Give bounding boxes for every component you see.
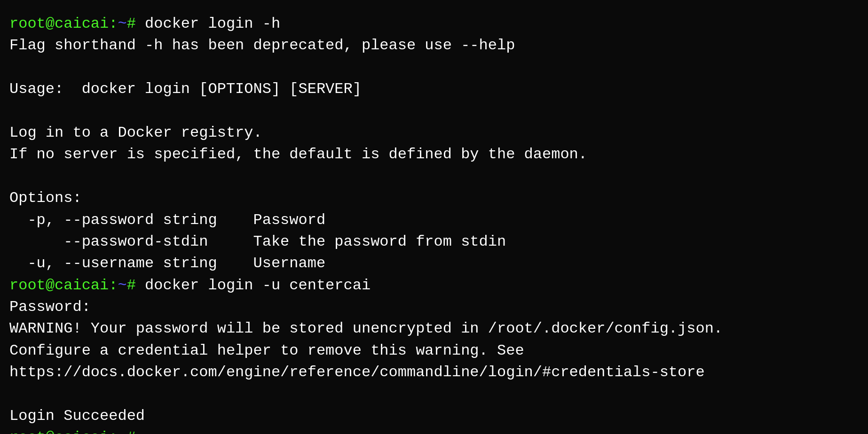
output-line: Password: [9,296,859,318]
empty-line [9,57,859,78]
output-line: If no server is specified, the default i… [9,144,859,165]
output-line: -p, --password string Password [9,209,859,231]
prompt-tilde: ~ [118,15,126,32]
output-line: Log in to a Docker registry. [9,122,859,144]
prompt-user: root@caicai: [9,429,118,434]
command-text: docker login -h [136,15,280,32]
output-line: Usage: docker login [OPTIONS] [SERVER] [9,78,859,100]
command-line: root@caicai:~# docker login -h [9,13,859,35]
output-line: Configure a credential helper to remove … [9,340,859,362]
command-line: root@caicai:~# docker login -u centercai [9,275,859,296]
prompt-tilde: ~ [118,277,126,294]
prompt-user: root@caicai: [9,15,118,32]
command-line: root@caicai:~# [9,427,859,434]
prompt-user: root@caicai: [9,277,118,294]
prompt-tilde: ~ [118,429,126,434]
output-line: WARNING! Your password will be stored un… [9,318,859,340]
output-line: Login Succeeded [9,405,859,427]
empty-line [9,166,859,187]
output-line: -u, --username string Username [9,253,859,274]
command-text: docker login -u centercai [136,277,371,294]
output-line: https://docs.docker.com/engine/reference… [9,362,859,383]
empty-line [9,384,859,405]
prompt-hash: # [127,15,136,32]
prompt-hash: # [127,429,136,434]
output-line: Flag shorthand -h has been deprecated, p… [9,35,859,56]
output-line: Options: [9,187,859,209]
prompt-hash: # [127,277,136,294]
terminal-window[interactable]: root@caicai:~# docker login -hFlag short… [0,0,868,434]
empty-line [9,101,859,122]
output-line: --password-stdin Take the password from … [9,231,859,253]
